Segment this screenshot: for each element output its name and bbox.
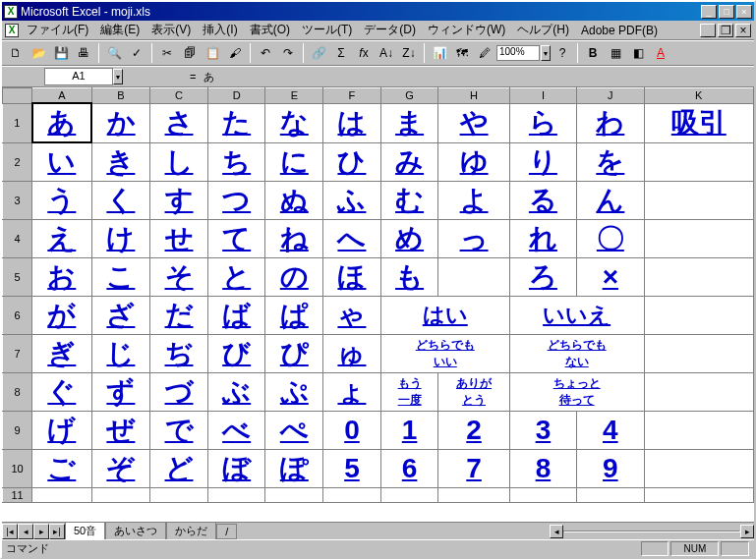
name-box[interactable]: A1 — [44, 68, 113, 85]
menu-view[interactable]: 表示(V) — [145, 20, 197, 40]
cell[interactable]: ぞ — [91, 450, 150, 488]
cell[interactable]: っ — [438, 220, 509, 258]
cell-link[interactable]: た — [222, 107, 251, 138]
cell-link[interactable]: う — [47, 185, 76, 215]
spreadsheet-grid[interactable]: ABCDEFGHIJK1あかさたなはまやらわ吸引2いきしちにひみゆりを3うくすつ… — [2, 87, 754, 522]
cell[interactable]: 4 — [577, 412, 644, 450]
copy-icon[interactable]: 🗐 — [179, 42, 201, 64]
menu-edit[interactable]: 編集(E) — [94, 20, 145, 40]
cell-link[interactable]: つ — [222, 185, 251, 215]
cell-link[interactable]: お — [47, 261, 76, 292]
cell-link[interactable]: き — [106, 146, 135, 177]
row-header-7[interactable]: 7 — [3, 335, 32, 373]
cell-link[interactable]: ざ — [106, 300, 135, 330]
cell-link[interactable]: 5 — [344, 453, 360, 483]
new-icon[interactable]: 🗋 — [5, 42, 27, 64]
cell[interactable]: 1 — [380, 412, 438, 450]
menu-tools[interactable]: ツール(T) — [296, 20, 358, 40]
cell[interactable]: ん — [577, 182, 644, 220]
cell[interactable] — [207, 488, 265, 503]
cell-link[interactable]: ょ — [337, 376, 366, 407]
cell-link[interactable]: せ — [165, 223, 194, 253]
cell-link[interactable]: 0 — [344, 415, 360, 445]
cell-link[interactable]: っ — [460, 223, 489, 253]
cell[interactable]: い — [32, 142, 92, 182]
cell[interactable]: ぎ — [32, 335, 92, 373]
cell[interactable]: ぬ — [265, 182, 323, 220]
cell[interactable] — [438, 258, 509, 297]
doc-close-button[interactable]: × — [735, 24, 751, 37]
cell[interactable]: ゅ — [323, 335, 381, 373]
cell-link[interactable]: ぴ — [280, 338, 309, 368]
cell[interactable]: な — [265, 103, 323, 142]
undo-icon[interactable]: ↶ — [255, 42, 276, 64]
font-color-icon[interactable]: A — [650, 42, 671, 64]
cell[interactable]: も — [380, 258, 438, 297]
print-preview-icon[interactable]: 🔍 — [103, 42, 125, 64]
paste-icon[interactable]: 📋 — [202, 42, 223, 64]
cell-link[interactable]: そ — [165, 261, 194, 292]
cell[interactable]: し — [150, 142, 208, 182]
tab-prev-icon[interactable]: ◂ — [18, 524, 33, 539]
cell-link[interactable]: て — [222, 223, 251, 253]
cell-link[interactable]: け — [106, 223, 135, 253]
sort-asc-icon[interactable]: A↓ — [376, 42, 397, 64]
cell-link[interactable]: 3 — [536, 415, 552, 445]
cell[interactable]: ゆ — [438, 142, 509, 182]
tab-first-icon[interactable]: |◂ — [2, 524, 18, 539]
help-icon[interactable]: ? — [552, 42, 573, 64]
cell[interactable]: そ — [150, 258, 208, 297]
cell[interactable]: 吸引 — [644, 103, 753, 142]
col-header-D[interactable]: D — [207, 88, 265, 104]
row-header-5[interactable]: 5 — [3, 258, 32, 297]
cell[interactable]: ぶ — [207, 373, 265, 412]
cell[interactable]: ぽ — [265, 450, 323, 488]
cell[interactable]: は — [323, 103, 381, 142]
cell-link[interactable]: ぶ — [222, 376, 251, 407]
cell-link[interactable]: ぜ — [106, 415, 135, 445]
cell-link[interactable]: 6 — [402, 453, 418, 483]
cell[interactable] — [644, 450, 753, 488]
cell-link[interactable]: ぬ — [280, 185, 309, 215]
col-header-H[interactable]: H — [438, 88, 509, 104]
cell[interactable]: はい — [380, 297, 509, 335]
cell[interactable]: か — [91, 103, 150, 142]
cell[interactable]: ぢ — [150, 335, 208, 373]
cell[interactable]: こ — [91, 258, 150, 297]
cell[interactable]: ろ — [509, 258, 576, 297]
cell[interactable]: だ — [150, 297, 208, 335]
cell[interactable] — [438, 488, 509, 503]
menu-format[interactable]: 書式(O) — [244, 20, 296, 40]
cell-link[interactable]: ぎ — [47, 338, 76, 368]
cell-link[interactable]: に — [280, 146, 309, 177]
cell[interactable]: どちらでもいい — [380, 335, 509, 373]
redo-icon[interactable]: ↷ — [277, 42, 299, 64]
zoom-dropdown-icon[interactable]: ▼ — [541, 45, 551, 61]
cell[interactable]: べ — [207, 412, 265, 450]
cell-link[interactable]: ゅ — [337, 338, 366, 368]
cell[interactable] — [32, 488, 92, 503]
cell-link[interactable]: ま — [395, 107, 424, 138]
cell[interactable]: す — [150, 182, 208, 220]
cell[interactable]: び — [207, 335, 265, 373]
row-header-3[interactable]: 3 — [3, 182, 32, 220]
cell-link[interactable]: 2 — [466, 415, 482, 445]
cell-link[interactable]: ふ — [337, 185, 366, 215]
cell-link[interactable]: あ — [47, 107, 76, 138]
cell-link[interactable]: 吸引 — [671, 107, 727, 138]
cell[interactable]: 8 — [509, 450, 576, 488]
select-all-corner[interactable] — [3, 88, 32, 104]
cell-link[interactable]: へ — [337, 223, 366, 253]
cell[interactable]: 9 — [577, 450, 644, 488]
cell[interactable]: む — [380, 182, 438, 220]
cell-link[interactable]: ご — [47, 453, 76, 483]
cell[interactable]: せ — [150, 220, 208, 258]
cell[interactable]: ば — [207, 297, 265, 335]
cell[interactable]: り — [509, 142, 576, 182]
cell[interactable] — [380, 488, 438, 503]
cell[interactable] — [644, 142, 753, 182]
col-header-J[interactable]: J — [577, 88, 644, 104]
cell[interactable]: じ — [91, 335, 150, 373]
cell[interactable]: ど — [150, 450, 208, 488]
map-icon[interactable]: 🗺 — [451, 42, 473, 64]
